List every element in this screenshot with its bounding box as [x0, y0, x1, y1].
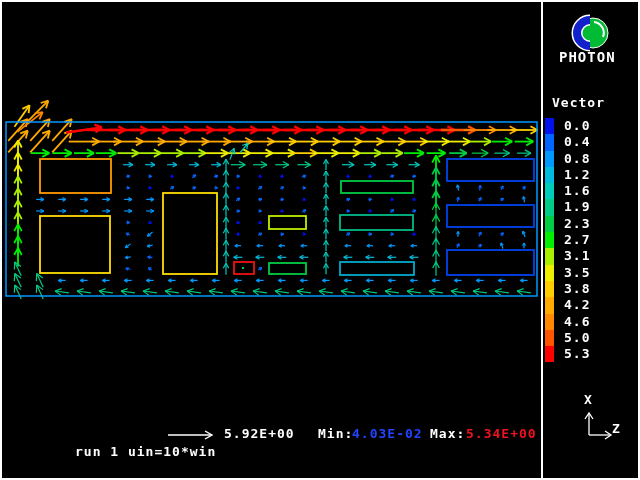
legend-row: 4.2: [545, 297, 590, 313]
legend-label: 2.3: [564, 216, 590, 232]
legend-label: 0.4: [564, 134, 590, 150]
legend-row: 5.3: [545, 346, 590, 362]
vector-field-plot: [0, 0, 545, 480]
legend-title: Vector: [552, 95, 605, 110]
legend: 0.00.40.81.21.61.92.32.73.13.53.84.24.65…: [545, 118, 590, 362]
axis-x-label: X: [584, 392, 592, 407]
legend-label: 4.6: [564, 314, 590, 330]
legend-row: 1.6: [545, 183, 590, 199]
legend-swatch: [545, 134, 554, 150]
legend-swatch: [545, 265, 554, 281]
legend-label: 3.5: [564, 265, 590, 281]
legend-row: 4.6: [545, 314, 590, 330]
legend-row: 1.9: [545, 199, 590, 215]
legend-swatch: [545, 151, 554, 167]
legend-label: 0.8: [564, 151, 590, 167]
legend-swatch: [545, 232, 554, 248]
legend-label: 3.1: [564, 248, 590, 264]
legend-swatch: [545, 281, 554, 297]
legend-row: 0.8: [545, 151, 590, 167]
photon-app-window: 5.92E+00 Min: 4.03E-02 Max: 5.34E+00 run…: [0, 0, 640, 480]
legend-swatch: [545, 199, 554, 215]
legend-swatch: [545, 248, 554, 264]
legend-row: 2.7: [545, 232, 590, 248]
legend-row: 5.0: [545, 330, 590, 346]
legend-row: 3.8: [545, 281, 590, 297]
legend-swatch: [545, 297, 554, 313]
reference-value: 5.92E+00: [224, 426, 295, 441]
max-label: Max:: [430, 426, 465, 441]
side-panel: PHOTON Vector 0.00.40.81.21.61.92.32.73.…: [543, 0, 640, 480]
legend-swatch: [545, 346, 554, 362]
run-caption: run 1 uin=10*win: [75, 444, 216, 459]
legend-row: 0.0: [545, 118, 590, 134]
legend-swatch: [545, 216, 554, 232]
legend-label: 4.2: [564, 297, 590, 313]
legend-swatch: [545, 314, 554, 330]
legend-swatch: [545, 183, 554, 199]
legend-label: 5.3: [564, 346, 590, 362]
max-value: 5.34E+00: [466, 426, 537, 441]
legend-label: 1.6: [564, 183, 590, 199]
legend-row: 3.1: [545, 248, 590, 264]
legend-swatch: [545, 118, 554, 134]
legend-swatch: [545, 167, 554, 183]
legend-label: 1.9: [564, 199, 590, 215]
legend-label: 0.0: [564, 118, 590, 134]
legend-row: 2.3: [545, 216, 590, 232]
legend-label: 1.2: [564, 167, 590, 183]
legend-row: 1.2: [545, 167, 590, 183]
legend-label: 3.8: [564, 281, 590, 297]
legend-swatch: [545, 330, 554, 346]
reference-arrow-icon: [166, 429, 218, 441]
legend-row: 3.5: [545, 265, 590, 281]
legend-label: 2.7: [564, 232, 590, 248]
legend-label: 5.0: [564, 330, 590, 346]
legend-row: 0.4: [545, 134, 590, 150]
app-name: PHOTON: [559, 49, 616, 65]
min-value: 4.03E-02: [352, 426, 423, 441]
axis-z-label: Z: [612, 421, 620, 436]
min-label: Min:: [318, 426, 353, 441]
